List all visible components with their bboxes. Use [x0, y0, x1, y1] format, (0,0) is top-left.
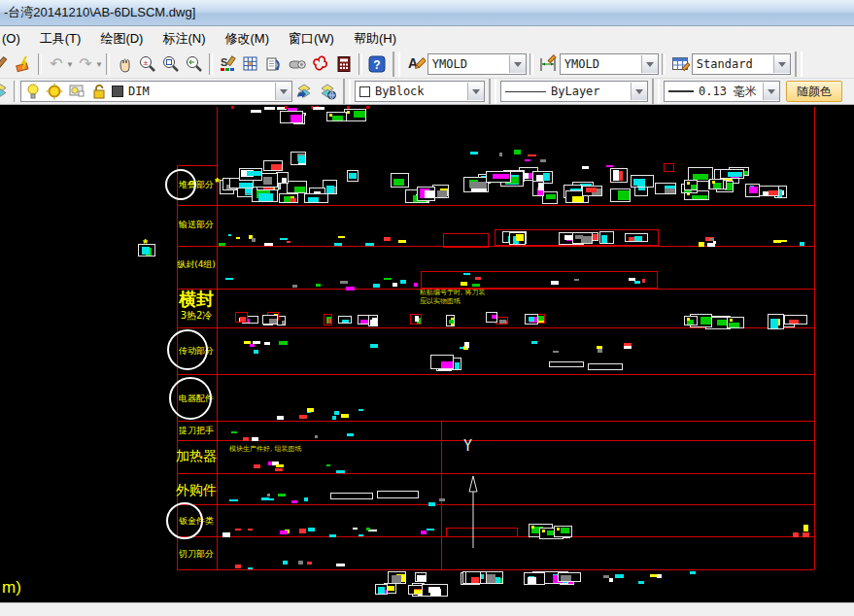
table-style-icon[interactable] [668, 52, 692, 76]
part-mark[interactable] [353, 528, 358, 530]
part-glyph[interactable] [631, 175, 654, 188]
part-glyph[interactable] [768, 314, 784, 329]
unlock-icon[interactable] [90, 83, 107, 100]
pan-hand-icon[interactable] [113, 52, 136, 76]
chevron-down-icon[interactable] [773, 55, 790, 73]
part-mark[interactable] [347, 433, 354, 435]
lightbulb-icon[interactable] [25, 83, 41, 100]
part-glyph[interactable] [509, 232, 526, 245]
part-glyph[interactable] [554, 526, 573, 537]
part-mark[interactable] [582, 166, 589, 169]
part-glyph[interactable] [368, 315, 378, 326]
part-glyph[interactable] [375, 584, 388, 594]
part-glyph[interactable] [417, 187, 435, 202]
part-glyph[interactable] [410, 314, 421, 325]
part-mark[interactable] [307, 562, 312, 565]
part-mark[interactable] [308, 528, 315, 530]
part-glyph[interactable] [524, 572, 545, 585]
part-glyph[interactable] [422, 584, 447, 598]
row-label-2[interactable]: 纵封(4组) [177, 258, 216, 271]
part-mark[interactable] [268, 462, 272, 465]
menu-item-5[interactable]: 窗口(W) [279, 27, 344, 51]
part-mark[interactable] [248, 567, 253, 570]
part-mark[interactable] [514, 150, 521, 154]
part-glyph[interactable] [338, 316, 352, 323]
row-label-1[interactable]: 输送部分 [179, 219, 214, 231]
part-mark[interactable] [793, 532, 799, 538]
part-mark[interactable] [254, 350, 258, 353]
part-mark[interactable] [338, 236, 345, 238]
part-mark[interactable] [291, 500, 297, 503]
part-mark[interactable] [267, 494, 270, 497]
layer-states-icon[interactable] [316, 80, 339, 103]
part-mark[interactable] [264, 243, 273, 246]
part-mark[interactable] [236, 237, 240, 239]
part-glyph[interactable] [625, 233, 648, 243]
undo-dropdown-icon[interactable]: ▼ [66, 60, 74, 69]
part-mark[interactable] [803, 532, 809, 537]
part-glyph[interactable] [344, 109, 366, 121]
part-mark[interactable] [248, 529, 253, 530]
part-flag[interactable] [251, 110, 261, 113]
part-glyph[interactable] [262, 315, 278, 325]
part-mark[interactable] [368, 530, 376, 531]
part-flag[interactable] [264, 107, 275, 110]
part-glyph[interactable] [542, 191, 558, 204]
revision-cloud-icon[interactable] [309, 52, 332, 76]
linetype-combo[interactable]: ByLayer [500, 81, 648, 102]
part-glyph[interactable] [558, 572, 582, 583]
table-style-combo[interactable]: Standard [692, 53, 791, 75]
layers-icon[interactable] [0, 80, 11, 103]
part-mark[interactable] [598, 349, 602, 353]
part-mark[interactable] [275, 468, 283, 471]
part-mark[interactable] [528, 154, 536, 157]
part-mark[interactable] [278, 494, 287, 496]
part-glyph[interactable] [727, 317, 743, 328]
part-mark[interactable] [334, 243, 342, 246]
part-mark[interactable] [384, 278, 392, 281]
part-mark[interactable] [713, 241, 717, 244]
part-mark[interactable] [359, 409, 363, 411]
part-glyph[interactable] [279, 193, 297, 203]
dim-style-icon[interactable] [536, 52, 560, 76]
part-mark[interactable] [277, 416, 283, 420]
part-mark[interactable] [280, 238, 289, 240]
drawing-canvas[interactable]: m) 堆叠部分输送部分纵封(4组)横封3热2冷传动部分电器配件提刀把手加热器外购… [0, 105, 854, 602]
text-style-icon[interactable]: A [404, 52, 427, 76]
part-glyph[interactable] [532, 181, 544, 197]
part-mark[interactable] [276, 464, 284, 467]
zoom-window-icon[interactable] [159, 52, 183, 76]
part-mark[interactable] [638, 581, 644, 584]
part-mark[interactable] [334, 411, 339, 415]
part-mark[interactable] [264, 342, 271, 345]
part-mark[interactable] [254, 464, 260, 468]
part-mark[interactable] [642, 279, 645, 283]
part-glyph[interactable] [720, 169, 744, 179]
part-mark[interactable] [428, 502, 435, 506]
part-glyph[interactable] [610, 168, 628, 183]
part-glyph[interactable] [324, 314, 332, 325]
part-glyph[interactable] [280, 111, 303, 124]
menu-item-4[interactable]: 修改(M) [215, 27, 279, 51]
part-glyph[interactable] [655, 183, 676, 193]
part-mark[interactable] [279, 341, 288, 345]
viewport-freeze-icon[interactable] [68, 83, 85, 100]
part-mark[interactable] [551, 281, 559, 285]
part-glyph[interactable] [304, 193, 328, 203]
part-mark[interactable] [400, 280, 407, 284]
part-mark[interactable] [219, 243, 225, 246]
part-mark[interactable] [624, 346, 632, 349]
part-glyph[interactable] [138, 244, 155, 257]
part-glyph[interactable] [759, 186, 779, 196]
part-glyph[interactable] [525, 314, 538, 325]
row-label-9[interactable]: 外购件 [176, 482, 217, 499]
part-mark[interactable] [298, 561, 303, 565]
chevron-down-icon[interactable] [467, 83, 484, 100]
part-mark[interactable] [228, 234, 232, 237]
part-mark[interactable] [414, 283, 419, 287]
part-glyph[interactable] [430, 355, 454, 369]
part-mark[interactable] [615, 574, 624, 578]
chevron-down-icon[interactable] [763, 83, 779, 100]
part-mark[interactable] [373, 284, 380, 287]
part-mark[interactable] [235, 565, 242, 568]
